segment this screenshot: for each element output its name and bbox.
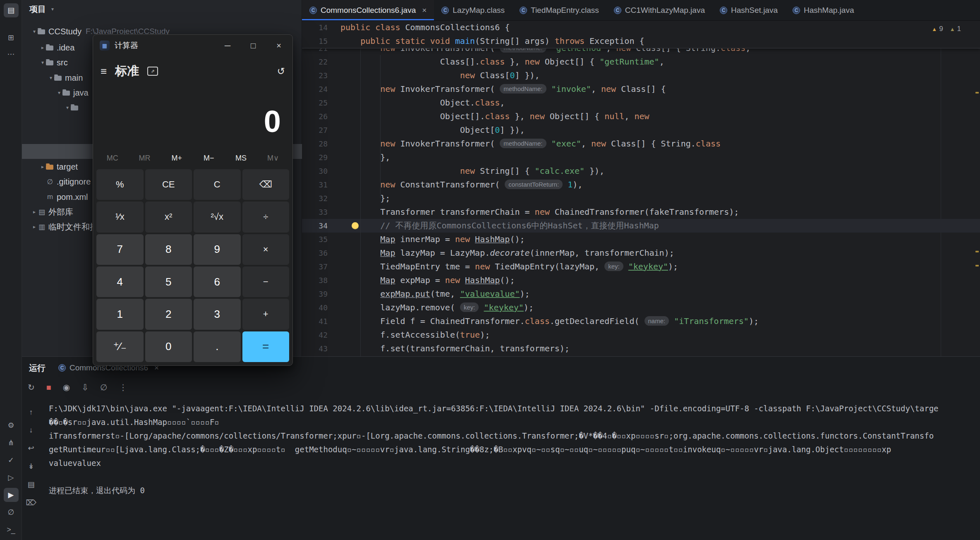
memory-button-mr[interactable]: MR: [129, 151, 161, 166]
memory-button-ms[interactable]: MS: [225, 151, 257, 166]
calc-button-.[interactable]: .: [194, 331, 241, 362]
project-tool-icon[interactable]: ▤: [4, 3, 19, 17]
calc-button-4[interactable]: 4: [96, 266, 144, 297]
calc-button-C[interactable]: C: [194, 169, 241, 200]
chevron-icon[interactable]: ▸: [39, 45, 46, 50]
commit-icon[interactable]: ✓: [4, 453, 19, 467]
clear-console-icon[interactable]: ⌦: [26, 498, 36, 507]
calc-button-⌫[interactable]: ⌫: [242, 169, 290, 200]
down-stack-icon[interactable]: ↓: [29, 426, 33, 434]
calc-button-5[interactable]: 5: [145, 266, 192, 297]
code-line[interactable]: 36Map lazyMap = LazyMap.decorate(innerMa…: [302, 246, 980, 260]
code-line[interactable]: 41Field f = ChainedTransformer.class.get…: [302, 314, 980, 328]
code-line[interactable]: 27Object[0] }),: [302, 123, 980, 137]
code-line[interactable]: 33Transformer transformerChain = new Cha…: [302, 205, 980, 219]
services-icon[interactable]: ▷: [4, 470, 19, 485]
calc-button-²√x[interactable]: ²√x: [194, 202, 241, 232]
chevron-icon[interactable]: ▾: [31, 29, 38, 34]
calc-button-0[interactable]: 0: [145, 331, 192, 362]
problems-icon[interactable]: ∅: [4, 505, 19, 519]
project-panel-header[interactable]: 项目 ▾: [22, 0, 302, 18]
calc-button-7[interactable]: 7: [96, 234, 144, 265]
code-line[interactable]: 28new InvokerTransformer( methodName: "e…: [302, 137, 980, 151]
structure-tool-icon[interactable]: ⊞: [4, 31, 19, 45]
calc-button-8[interactable]: 8: [145, 234, 192, 265]
calc-button-CE[interactable]: CE: [145, 169, 192, 200]
tab-close-icon[interactable]: ×: [422, 6, 427, 15]
editor-tab[interactable]: CLazyMap.class: [434, 0, 512, 20]
mute-output-icon[interactable]: ∅: [100, 382, 107, 392]
hamburger-menu-icon[interactable]: ≡: [101, 65, 107, 78]
keep-on-top-icon[interactable]: ⇗: [147, 67, 158, 76]
code-editor[interactable]: 22Class[].class }, new Object[] { "getRu…: [302, 21, 980, 356]
calc-button-1[interactable]: 1: [96, 299, 144, 329]
calc-button-x²[interactable]: x²: [145, 202, 192, 232]
more-tool-windows-icon[interactable]: ⋯: [4, 47, 19, 61]
code-line[interactable]: 43f.set(transformerChain, transformers);: [302, 342, 980, 355]
code-line[interactable]: 24new InvokerTransformer( methodName: "i…: [302, 82, 980, 96]
code-line[interactable]: 31new ConstantTransformer( constantToRet…: [302, 178, 980, 192]
code-line[interactable]: 23new Class[0] }),: [302, 69, 980, 82]
calc-button-+[interactable]: +: [242, 299, 290, 329]
code-line[interactable]: 25Object.class,: [302, 96, 980, 110]
calc-button-2[interactable]: 2: [145, 299, 192, 329]
code-line[interactable]: 39expMap.put(tme, "valuevalue");: [302, 287, 980, 301]
scrollbar-warning-mark[interactable]: [975, 251, 979, 252]
inspection-widget[interactable]: ▲9▲1: [932, 25, 961, 33]
editor-tab[interactable]: CTiedMapEntry.class: [512, 0, 606, 20]
chevron-icon[interactable]: ▾: [39, 60, 46, 65]
code-line[interactable]: 21new InvokerTransformer( methodName: "g…: [302, 48, 980, 55]
calc-button-=[interactable]: =: [242, 331, 290, 362]
editor-tab[interactable]: CCommonsCollections6.java×: [302, 0, 434, 20]
terminal-tool-icon[interactable]: >_: [4, 523, 19, 537]
editor-tab[interactable]: CCC1WithLazyMap.java: [606, 0, 712, 20]
run-tool-icon[interactable]: ▶: [4, 488, 19, 502]
code-line[interactable]: 40lazyMap.remove( key: "keykey");: [302, 301, 980, 314]
code-line[interactable]: 14public class CommonsCollections6 {: [302, 21, 980, 34]
editor-tab[interactable]: CHashSet.java: [712, 0, 785, 20]
history-icon[interactable]: ↺: [277, 66, 285, 77]
chevron-icon[interactable]: ▾: [64, 105, 71, 110]
memory-button-m−[interactable]: M−: [193, 151, 225, 166]
memory-button-m∨[interactable]: M∨: [257, 151, 289, 166]
maximize-button[interactable]: □: [240, 35, 266, 56]
scroll-end-icon[interactable]: ↡: [28, 462, 34, 471]
editor-tab[interactable]: CHashMap.java: [785, 0, 861, 20]
scrollbar-warning-mark[interactable]: [975, 265, 979, 266]
calc-button-×[interactable]: ×: [242, 234, 290, 265]
memory-button-m+[interactable]: M+: [161, 151, 193, 166]
code-line[interactable]: 37TiedMapEntry tme = new TiedMapEntry(la…: [302, 260, 980, 274]
up-stack-icon[interactable]: ↑: [29, 408, 33, 417]
calc-button-3[interactable]: 3: [194, 299, 241, 329]
chevron-icon[interactable]: ▾: [48, 75, 54, 81]
code-line[interactable]: 34// 不再使用原CommonsCollections6中的HashSet，直…: [302, 219, 980, 233]
memory-button-mc[interactable]: MC: [96, 151, 129, 166]
calc-button-9[interactable]: 9: [194, 234, 241, 265]
calc-button-−[interactable]: −: [242, 266, 290, 297]
code-line[interactable]: 26Object[].class }, new Object[] { null,…: [302, 110, 980, 123]
chevron-icon[interactable]: ▾: [56, 90, 62, 96]
calc-button-⁺⁄₋[interactable]: ⁺⁄₋: [96, 331, 144, 362]
code-line[interactable]: 35Map innerMap = new HashMap();: [302, 233, 980, 246]
calc-button-%[interactable]: %: [96, 169, 144, 200]
scrollbar-warning-mark[interactable]: [975, 92, 979, 94]
chevron-icon[interactable]: ▸: [31, 209, 38, 215]
code-line[interactable]: 42f.setAccessible(true);: [302, 328, 980, 342]
console-output[interactable]: F:\JDK\jdk17\bin\java.exe "-javaagent:F:…: [49, 402, 977, 497]
rerun-icon[interactable]: ↻: [28, 382, 35, 392]
code-line[interactable]: 22Class[].class }, new Object[] { "getRu…: [302, 55, 980, 69]
calc-button-¹⁄x[interactable]: ¹⁄x: [96, 202, 144, 232]
more-icon[interactable]: ⋮: [119, 382, 127, 392]
warning-icon[interactable]: ▲9: [932, 25, 943, 33]
print-icon[interactable]: ▤: [27, 480, 34, 489]
calculator-window[interactable]: ▦ 计算器 ─□× ≡ 标准 ⇗ ↺ 0 MCMRM+M−MSM∨ %CEC⌫¹…: [93, 34, 293, 366]
code-line[interactable]: 29},: [302, 151, 980, 164]
calc-button-÷[interactable]: ÷: [242, 202, 290, 232]
settings-icon[interactable]: ⚙: [4, 418, 19, 432]
intention-bulb-icon[interactable]: [352, 222, 359, 229]
calc-button-6[interactable]: 6: [194, 266, 241, 297]
git-branch-icon[interactable]: ⋔: [4, 436, 19, 450]
soft-wrap-icon[interactable]: ↩: [28, 444, 34, 453]
code-line[interactable]: 15public static void main(String[] args)…: [302, 34, 980, 48]
close-button[interactable]: ×: [266, 35, 292, 56]
